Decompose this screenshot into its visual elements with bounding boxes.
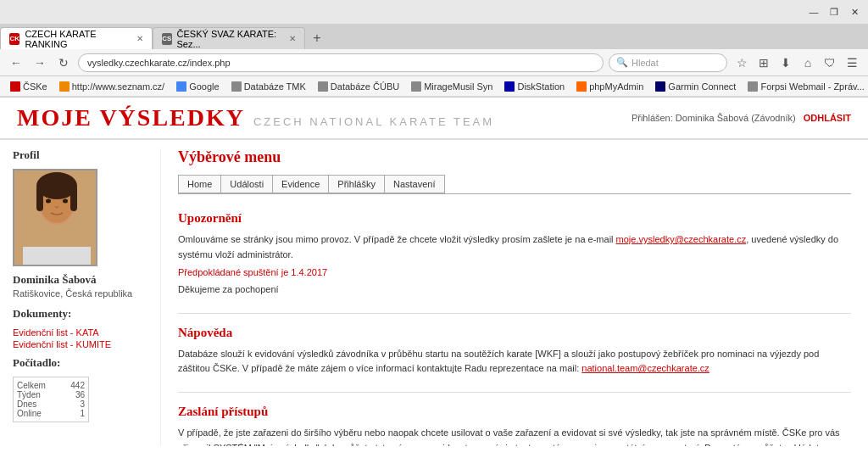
access-section: Zaslání přístupů V případě, že jste zařa… bbox=[178, 405, 851, 446]
content-area: Profil bbox=[0, 140, 868, 455]
tyden-value: 36 bbox=[75, 390, 85, 399]
tab-udalosti[interactable]: Události bbox=[220, 175, 273, 193]
svg-rect-8 bbox=[23, 247, 91, 266]
counter-dnes-row: Dnes 3 bbox=[17, 399, 85, 409]
sidebar-profile-title: Profil bbox=[13, 148, 147, 162]
menu-section-heading: Výběrové menu bbox=[178, 148, 851, 166]
bookmark-seznam[interactable]: http://www.seznam.cz/ bbox=[56, 81, 168, 92]
access-title: Zaslání přístupů bbox=[178, 405, 851, 419]
profile-location: Ratiškovice, Česká republika bbox=[13, 288, 147, 299]
menu-icon[interactable]: ☰ bbox=[843, 53, 861, 72]
warning-email-link[interactable]: moje.vysledky@czechkarate.cz bbox=[616, 234, 747, 244]
svg-point-6 bbox=[46, 199, 51, 204]
site-logo: MOJE VÝSLEDKY CZECH NATIONAL KARATE TEAM bbox=[17, 104, 494, 131]
svg-rect-4 bbox=[36, 186, 43, 211]
svg-rect-5 bbox=[70, 186, 77, 211]
divider-2 bbox=[178, 392, 851, 393]
tab-2[interactable]: CS ČESKÝ SVAZ KARATE: Sez... ✕ bbox=[153, 27, 305, 49]
bookmark-mirage[interactable]: MirageMusil Syn bbox=[408, 81, 496, 92]
back-button[interactable]: ← bbox=[7, 53, 25, 72]
close-button[interactable]: ✕ bbox=[848, 5, 861, 19]
tab-1[interactable]: CK CZECH KARATE RANKING ✕ bbox=[0, 27, 153, 49]
documents-title: Dokumenty: bbox=[13, 307, 147, 321]
search-bar[interactable]: 🔍 Hledat bbox=[609, 53, 727, 72]
warning-text: Omlouváme se stránky jsou mimo provoz. V… bbox=[178, 232, 851, 262]
help-text-content: Databáze slouží k evidování výsledků záv… bbox=[178, 349, 819, 374]
tab-2-label: ČESKÝ SVAZ KARATE: Sez... bbox=[177, 29, 281, 49]
tab-2-favicon: CS bbox=[162, 33, 172, 45]
help-email-link[interactable]: national.team@czechkarate.cz bbox=[581, 363, 709, 373]
bookmark-cske[interactable]: ČSKe bbox=[7, 81, 51, 92]
sidebar: Profil bbox=[0, 148, 161, 446]
tab-prihlasky[interactable]: Přihlášky bbox=[328, 175, 385, 193]
tab-1-label: CZECH KARATE RANKING bbox=[25, 29, 128, 49]
window-controls[interactable]: — ❐ ✕ bbox=[807, 5, 861, 19]
download-icon[interactable]: ⬇ bbox=[776, 53, 795, 72]
new-tab-button[interactable]: + bbox=[305, 27, 329, 49]
evidence-kumite-link[interactable]: Evidenční list - KUMITE bbox=[13, 339, 147, 349]
search-icon: 🔍 bbox=[616, 57, 628, 68]
bookmark-cubu[interactable]: Databáze ČÚBU bbox=[314, 81, 403, 92]
main-content: Výběrové menu Home Události Evidence Při… bbox=[161, 148, 868, 446]
dnes-label: Dnes bbox=[17, 399, 36, 409]
forward-button[interactable]: → bbox=[31, 53, 49, 72]
logout-link[interactable]: ODHLÁSIT bbox=[804, 113, 851, 123]
logo-main-text: MOJE VÝSLEDKY bbox=[17, 104, 245, 131]
access-text: V případě, že jste zařazeni do širšího v… bbox=[178, 426, 851, 446]
shield-icon[interactable]: 🛡 bbox=[821, 53, 839, 72]
nav-icons: ☆ ⊞ ⬇ ⌂ 🛡 ☰ bbox=[732, 53, 861, 72]
tab-evidence[interactable]: Evidence bbox=[272, 175, 329, 193]
user-name-header: Dominika Šabová (Závodník) bbox=[676, 113, 796, 123]
logged-in-label: Přihlášen: bbox=[632, 113, 673, 123]
bookmark-google[interactable]: Google bbox=[173, 81, 222, 92]
nav-bar: ← → ↻ vysledky.czechkarate.cz/index.php … bbox=[0, 49, 868, 76]
tab-1-close[interactable]: ✕ bbox=[136, 34, 143, 43]
celkem-label: Celkem bbox=[17, 381, 46, 390]
tab-bar: CK CZECH KARATE RANKING ✕ CS ČESKÝ SVAZ … bbox=[0, 24, 868, 49]
bookmarks-bar: ČSKe http://www.seznam.cz/ Google Databá… bbox=[0, 76, 868, 97]
search-placeholder: Hledat bbox=[632, 58, 659, 68]
bookmark-disk[interactable]: DiskStation bbox=[501, 81, 568, 92]
maximize-button[interactable]: ❐ bbox=[827, 5, 841, 19]
help-section: Nápověda Databáze slouží k evidování výs… bbox=[178, 326, 851, 377]
header-user-info: Přihlášen: Dominika Šabová (Závodník) OD… bbox=[632, 113, 851, 123]
tab-nastaveni[interactable]: Nastavení bbox=[384, 175, 445, 193]
celkem-value: 442 bbox=[70, 381, 85, 390]
divider-1 bbox=[178, 313, 851, 314]
online-label: Online bbox=[17, 409, 42, 418]
warning-text-1: Omlouváme se stránky jsou mimo provoz. V… bbox=[178, 234, 616, 244]
logo-sub-text: CZECH NATIONAL KARATE TEAM bbox=[253, 115, 494, 128]
help-text: Databáze slouží k evidování výsledků záv… bbox=[178, 347, 851, 377]
minimize-button[interactable]: — bbox=[807, 5, 821, 19]
help-title: Nápověda bbox=[178, 326, 851, 340]
warning-highlight: Předpokládané spuštění je 1.4.2017 bbox=[178, 267, 851, 277]
home-icon[interactable]: ⊞ bbox=[754, 53, 773, 72]
profile-photo-image bbox=[14, 170, 96, 265]
counter-title: Počítadlo: bbox=[13, 356, 147, 370]
home-button[interactable]: ⌂ bbox=[798, 53, 817, 72]
refresh-button[interactable]: ↻ bbox=[54, 53, 73, 72]
svg-point-7 bbox=[63, 199, 68, 204]
menu-tabs: Home Události Evidence Přihlášky Nastave… bbox=[178, 175, 851, 194]
bookmark-forpsi[interactable]: Forpsi Webmail - Zpráv... bbox=[744, 81, 867, 92]
site-header: MOJE VÝSLEDKY CZECH NATIONAL KARATE TEAM… bbox=[0, 98, 868, 140]
tab-home[interactable]: Home bbox=[178, 175, 221, 193]
warning-section: Upozornění Omlouváme se stránky jsou mim… bbox=[178, 211, 851, 298]
tab-2-close[interactable]: ✕ bbox=[289, 34, 296, 43]
page: MOJE VÝSLEDKY CZECH NATIONAL KARATE TEAM… bbox=[0, 98, 868, 458]
bookmark-star-icon[interactable]: ☆ bbox=[732, 53, 751, 72]
url-bar[interactable]: vysledky.czechkarate.cz/index.php bbox=[78, 53, 604, 72]
warning-thanks: Děkujeme za pochopení bbox=[178, 282, 851, 298]
bookmark-tmk[interactable]: Databáze TMK bbox=[228, 81, 309, 92]
profile-photo bbox=[13, 169, 97, 266]
counter-box: Celkem 442 Týden 36 Dnes 3 Online 1 bbox=[13, 377, 89, 422]
counter-online-row: Online 1 bbox=[17, 409, 85, 418]
title-bar: — ❐ ✕ bbox=[0, 0, 868, 24]
counter-celkem-row: Celkem 442 bbox=[17, 381, 85, 390]
bookmark-phpmyadmin[interactable]: phpMyAdmin bbox=[573, 81, 647, 92]
evidence-kata-link[interactable]: Evidenční list - KATA bbox=[13, 327, 147, 338]
dnes-value: 3 bbox=[80, 399, 85, 409]
tab-1-favicon: CK bbox=[9, 33, 19, 45]
bookmark-garmin[interactable]: Garmin Connect bbox=[652, 81, 739, 92]
url-text: vysledky.czechkarate.cz/index.php bbox=[87, 58, 231, 68]
